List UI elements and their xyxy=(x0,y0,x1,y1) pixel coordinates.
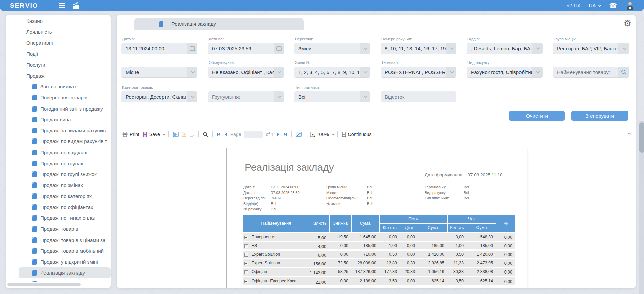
sidebar-item[interactable]: Продажі товарів з цінами за xyxy=(6,235,111,246)
save-icon xyxy=(142,132,148,137)
user-avatar[interactable] xyxy=(626,2,634,10)
clear-button[interactable]: Очистити xyxy=(509,111,565,121)
account-kind-select[interactable]: Рахунок гостя, Співробітни xyxy=(467,67,543,78)
date-to-input[interactable]: 07.03.2025 23:59 xyxy=(208,43,284,54)
expand-row-icon[interactable] xyxy=(244,262,248,265)
chevron-down-icon[interactable] xyxy=(446,67,456,77)
chevron-down-icon[interactable] xyxy=(360,67,370,77)
servio-app: SERVIO v 2.11.0 UA ☎ Казино xyxy=(0,0,644,294)
sidebar-item[interactable]: Продажі по групі знижок xyxy=(6,169,111,180)
sidebar-item[interactable]: Події xyxy=(6,48,111,59)
sidebar-item[interactable]: Продажі по видам рахунків т xyxy=(6,136,111,147)
print-button[interactable]: Print xyxy=(122,132,139,137)
chevron-down-icon[interactable] xyxy=(274,67,284,77)
report-doc-icon xyxy=(32,128,37,133)
page-input[interactable] xyxy=(244,131,263,138)
sidebar-item-label: Погодинний звіт з продажу xyxy=(40,106,103,112)
sidebar-item[interactable]: Продажі за видами рахунків xyxy=(6,125,111,136)
zoom-select[interactable]: 100% xyxy=(310,132,333,137)
sidebar-horizontal-scrollbar[interactable] xyxy=(7,283,81,286)
filter-terminal: Термінал: POSEXTERNAL, POSSERVER xyxy=(381,60,456,78)
scrollbar-thumb[interactable] xyxy=(639,122,644,153)
sidebar-item[interactable]: Продажі по відділах xyxy=(6,147,111,158)
expand-row-icon[interactable] xyxy=(244,270,248,274)
chevron-down-icon[interactable] xyxy=(187,67,197,77)
department-select[interactable]: , Deserts, Lemon, Бар, БАР А xyxy=(467,43,543,54)
sidebar-item[interactable]: Послуги xyxy=(6,59,111,70)
page-label: Page xyxy=(230,132,241,137)
chevron-down-icon[interactable] xyxy=(618,43,629,54)
product-name-input[interactable]: Найменування товару: xyxy=(553,67,629,78)
report-doc-icon xyxy=(32,226,37,232)
document-info-icon[interactable]: ? xyxy=(182,132,186,137)
date-from-input[interactable]: 13.11.2024 00:00 xyxy=(121,43,197,54)
place-select[interactable]: Місце xyxy=(121,67,197,78)
chevron-down-icon[interactable] xyxy=(360,91,370,102)
chevron-down-icon[interactable] xyxy=(446,43,456,54)
sidebar-item[interactable]: Звіт по знижках xyxy=(6,81,111,92)
sidebar-item[interactable]: Продажі по групах xyxy=(6,158,111,169)
sidebar-item[interactable]: Продаж вина xyxy=(6,114,111,125)
fullscreen-icon[interactable] xyxy=(296,132,302,137)
grouping-select[interactable]: Групування: xyxy=(208,91,284,102)
layout-select[interactable]: Continuous xyxy=(342,132,376,137)
sidebar-item[interactable]: Казино xyxy=(6,15,111,27)
payer-type-select[interactable]: Всі xyxy=(294,91,370,102)
first-page-button[interactable] xyxy=(217,132,221,136)
copy-page-icon[interactable] xyxy=(189,132,194,137)
view-select[interactable]: Зміни xyxy=(294,43,370,54)
calendar-icon[interactable] xyxy=(187,43,197,54)
chevron-down-icon[interactable] xyxy=(360,43,370,54)
percent-input[interactable]: Відсоток xyxy=(381,91,456,102)
hamburger-menu-icon[interactable] xyxy=(59,3,65,8)
parameters-panel-icon[interactable] xyxy=(173,132,179,137)
expand-row-icon[interactable] xyxy=(244,236,248,239)
filter-shift-numbers: Зміни №: 1, 2, 3, 4, 5, 6, 7, 8, 9, 10, … xyxy=(294,60,370,78)
sidebar-item[interactable]: Продажі по типах оплат xyxy=(6,213,111,224)
next-page-button[interactable] xyxy=(277,132,280,136)
calendar-icon[interactable] xyxy=(274,43,284,54)
sidebar-item[interactable]: Оперативні xyxy=(6,37,111,48)
terminal-select[interactable]: POSEXTERNAL, POSSERVER xyxy=(381,67,456,78)
language-selector[interactable]: UA xyxy=(589,3,600,8)
place-group-select[interactable]: Ресторан, БАР, VIP, Банкетн xyxy=(553,43,629,54)
chevron-down-icon[interactable] xyxy=(274,91,284,102)
save-button[interactable]: Save xyxy=(142,132,164,137)
served-by-select[interactable]: Не вказано, Офіціант , Каси xyxy=(208,67,284,78)
sidebar-item[interactable]: Продажі по офіціантах xyxy=(6,202,111,213)
filter-date-from: Дата з: 13.11.2024 00:00 xyxy=(121,37,197,54)
expand-row-icon[interactable] xyxy=(244,280,248,283)
vertical-scrollbar[interactable] xyxy=(639,121,644,294)
prev-page-button[interactable] xyxy=(224,132,227,136)
sidebar-item[interactable]: Продажі по змінах xyxy=(6,180,111,191)
expand-row-icon[interactable] xyxy=(244,244,248,248)
sidebar-item[interactable]: Продажі xyxy=(6,70,111,81)
analytics-icon[interactable] xyxy=(73,2,81,9)
shift-numbers-select[interactable]: 1, 2, 3, 4, 5, 6, 7, 8, 9, 10, 11, 12, 1… xyxy=(294,67,370,78)
phone-icon[interactable]: ☎ xyxy=(609,2,617,9)
account-numbers-select[interactable]: 8, 10, 11, 13, 14, 16, 17, 19, 23, 24, xyxy=(381,43,456,54)
sidebar-item[interactable]: Лояльність xyxy=(6,27,111,38)
search-icon[interactable] xyxy=(618,67,629,77)
search-icon[interactable] xyxy=(203,132,208,137)
filter-view: Перегляд: Зміни xyxy=(294,37,370,54)
chevron-down-icon[interactable] xyxy=(532,67,543,77)
chevron-down-icon[interactable] xyxy=(532,43,543,54)
sidebar-item[interactable]: Повернення товарів xyxy=(6,92,111,103)
gear-icon[interactable]: ⚙ xyxy=(624,18,631,28)
sidebar-item[interactable]: Реалізація закладу xyxy=(19,267,111,279)
help-icon[interactable]: ? xyxy=(628,132,631,137)
sidebar-item[interactable]: Продажі у відкритій зміні xyxy=(6,256,111,267)
last-page-button[interactable] xyxy=(283,132,287,136)
generate-button[interactable]: Згенерувати xyxy=(571,111,628,121)
sidebar-item[interactable]: АВС - аналіз xyxy=(6,278,111,282)
expand-row-icon[interactable] xyxy=(244,253,248,257)
product-categories-select[interactable]: Ресторан, Десерти, Салати, xyxy=(121,91,197,102)
sidebar-item[interactable]: Продажі по категоріях xyxy=(6,191,111,202)
report-tab[interactable]: Реалізація закладу xyxy=(134,18,304,30)
sidebar-item[interactable]: Продажі товарів мобільний xyxy=(6,245,111,256)
meta-row: Тип платників: Всі xyxy=(425,195,469,201)
sidebar-item[interactable]: Продажі товарів xyxy=(6,223,111,235)
sidebar-item[interactable]: Погодинний звіт з продажу xyxy=(6,103,111,114)
chevron-down-icon[interactable] xyxy=(187,91,197,102)
